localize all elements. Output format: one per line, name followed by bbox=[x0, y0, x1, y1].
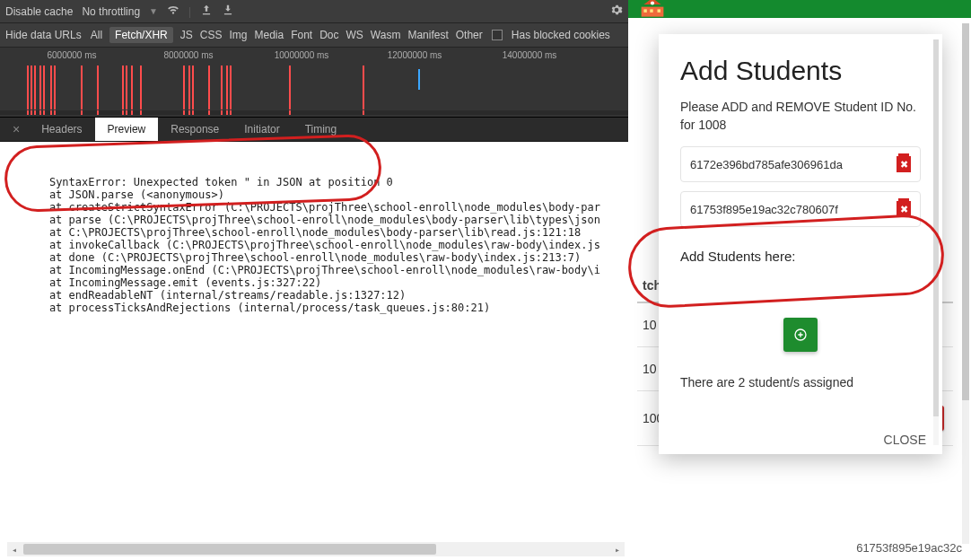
disable-cache-toggle[interactable]: Disable cache bbox=[5, 5, 73, 18]
timeline-request-bar[interactable] bbox=[54, 66, 56, 109]
devtools-panel: Disable cache No throttling ▼ | Hide dat… bbox=[0, 0, 628, 560]
timeline-request-bar[interactable] bbox=[192, 66, 194, 109]
close-panel-icon[interactable]: × bbox=[5, 118, 27, 140]
wifi-icon[interactable] bbox=[167, 4, 179, 19]
student-id-text: 6172e396bd785afe306961da bbox=[690, 158, 843, 171]
timeline-request-bar[interactable] bbox=[131, 66, 133, 109]
add-students-label: Add Students here: bbox=[680, 249, 921, 264]
scroll-right-icon[interactable]: ▸ bbox=[610, 543, 625, 556]
throttling-select[interactable]: No throttling bbox=[82, 5, 140, 18]
filter-ws[interactable]: WS bbox=[346, 29, 363, 41]
svg-rect-2 bbox=[650, 9, 652, 12]
timeline-request-bar[interactable] bbox=[183, 66, 185, 109]
filter-css[interactable]: CSS bbox=[200, 29, 223, 41]
timeline-request-bar[interactable] bbox=[126, 66, 127, 109]
modal-scroll-thumb[interactable] bbox=[933, 39, 939, 416]
timeline-request-bar[interactable] bbox=[221, 66, 223, 109]
app-header bbox=[628, 0, 971, 18]
request-panel-tabs: × HeadersPreviewResponseInitiatorTiming bbox=[0, 118, 628, 142]
tab-timing[interactable]: Timing bbox=[293, 118, 350, 141]
timeline-request-bar[interactable] bbox=[230, 66, 232, 109]
blocked-cookies-checkbox[interactable] bbox=[492, 30, 503, 40]
upload-icon[interactable] bbox=[200, 4, 213, 19]
scroll-thumb[interactable] bbox=[23, 544, 436, 555]
tab-preview[interactable]: Preview bbox=[95, 118, 159, 141]
filter-wasm[interactable]: Wasm bbox=[371, 29, 401, 41]
add-students-modal: Add Students Please ADD and REMOVE Stude… bbox=[659, 34, 942, 454]
filter-js[interactable]: JS bbox=[180, 29, 193, 41]
timeline-request-bar[interactable] bbox=[208, 66, 210, 109]
preview-pane: SyntaxError: Unexpected token " in JSON … bbox=[0, 142, 628, 560]
timeline-request-bar[interactable] bbox=[39, 66, 41, 109]
filter-row: AllFetch/XHRJSCSSImgMediaFontDocWSWasmMa… bbox=[91, 27, 483, 43]
modal-description: Please ADD and REMOVE Student ID No. for… bbox=[680, 99, 921, 134]
timeline-request-bar[interactable] bbox=[34, 66, 36, 109]
timeline-request-bar[interactable] bbox=[43, 66, 45, 109]
svg-rect-1 bbox=[643, 9, 646, 12]
filter-doc[interactable]: Doc bbox=[319, 29, 338, 41]
timeline-request-bar[interactable] bbox=[363, 66, 364, 109]
horizontal-scrollbar[interactable]: ◂ ▸ bbox=[7, 542, 625, 556]
timeline-request-bar[interactable] bbox=[140, 66, 142, 109]
remove-student-icon[interactable]: ✖ bbox=[897, 201, 911, 217]
timeline-request-bar[interactable] bbox=[27, 66, 29, 109]
network-toolbar-2: Hide data URLs AllFetch/XHRJSCSSImgMedia… bbox=[0, 23, 628, 48]
filter-font[interactable]: Font bbox=[291, 29, 312, 41]
close-button[interactable]: CLOSE bbox=[884, 433, 926, 447]
download-icon[interactable] bbox=[222, 4, 234, 19]
timeline-tick: 12000000 ms bbox=[388, 50, 442, 60]
filter-img[interactable]: Img bbox=[229, 29, 247, 41]
timeline-request-bar[interactable] bbox=[188, 66, 190, 109]
add-student-button[interactable] bbox=[783, 318, 818, 352]
blocked-cookies-label: Has blocked cookies bbox=[512, 29, 610, 41]
timeline-request-bar[interactable] bbox=[289, 66, 291, 109]
timeline-tick: 8000000 ms bbox=[163, 50, 213, 60]
network-timeline[interactable]: 6000000 ms8000000 ms10000000 ms12000000 … bbox=[0, 48, 628, 118]
page-scroll-thumb[interactable] bbox=[962, 23, 969, 400]
timeline-tick: 14000000 ms bbox=[503, 50, 557, 60]
modal-title: Add Students bbox=[680, 56, 921, 86]
timeline-tick: 6000000 ms bbox=[47, 50, 96, 60]
filter-manifest[interactable]: Manifest bbox=[407, 29, 448, 41]
timeline-request-bar[interactable] bbox=[122, 66, 124, 109]
filter-other[interactable]: Other bbox=[456, 29, 483, 41]
student-id-chip: 6172e396bd785afe306961da✖ bbox=[680, 146, 921, 182]
assigned-count-label: There are 2 student/s assigned bbox=[680, 375, 921, 389]
svg-point-5 bbox=[651, 1, 654, 4]
preview-content: SyntaxError: Unexpected token " in JSON … bbox=[23, 176, 600, 314]
scroll-left-icon[interactable]: ◂ bbox=[7, 543, 22, 556]
modal-scrollbar[interactable] bbox=[933, 39, 939, 445]
network-toolbar-1: Disable cache No throttling ▼ | bbox=[0, 0, 628, 23]
student-id-chip: 61753f895e19ac32c780607f✖ bbox=[680, 191, 921, 227]
floating-id: 61753f895e19ac32c bbox=[856, 541, 962, 555]
timeline-request-bar[interactable] bbox=[31, 66, 32, 109]
timeline-request-bar[interactable] bbox=[226, 66, 228, 109]
throttling-caret-icon: ▼ bbox=[149, 6, 158, 16]
hide-data-urls-toggle[interactable]: Hide data URLs bbox=[5, 29, 82, 41]
tab-initiator[interactable]: Initiator bbox=[232, 118, 292, 141]
page-scrollbar[interactable] bbox=[962, 23, 969, 544]
svg-rect-3 bbox=[658, 9, 660, 12]
timeline-request-bar[interactable] bbox=[97, 66, 99, 109]
timeline-selected-bar[interactable] bbox=[418, 69, 420, 90]
filter-fetchxhr[interactable]: Fetch/XHR bbox=[109, 27, 173, 43]
tab-response[interactable]: Response bbox=[158, 118, 232, 141]
tab-headers[interactable]: Headers bbox=[29, 118, 94, 141]
settings-gear-icon[interactable] bbox=[610, 4, 623, 19]
timeline-request-bar[interactable] bbox=[81, 66, 83, 109]
filter-media[interactable]: Media bbox=[254, 29, 284, 41]
remove-student-icon[interactable]: ✖ bbox=[897, 156, 911, 172]
school-icon bbox=[635, 0, 669, 18]
student-id-text: 61753f895e19ac32c780607f bbox=[690, 203, 838, 216]
filter-all[interactable]: All bbox=[91, 29, 102, 41]
timeline-request-bar[interactable] bbox=[50, 66, 52, 109]
timeline-tick: 10000000 ms bbox=[275, 50, 329, 60]
